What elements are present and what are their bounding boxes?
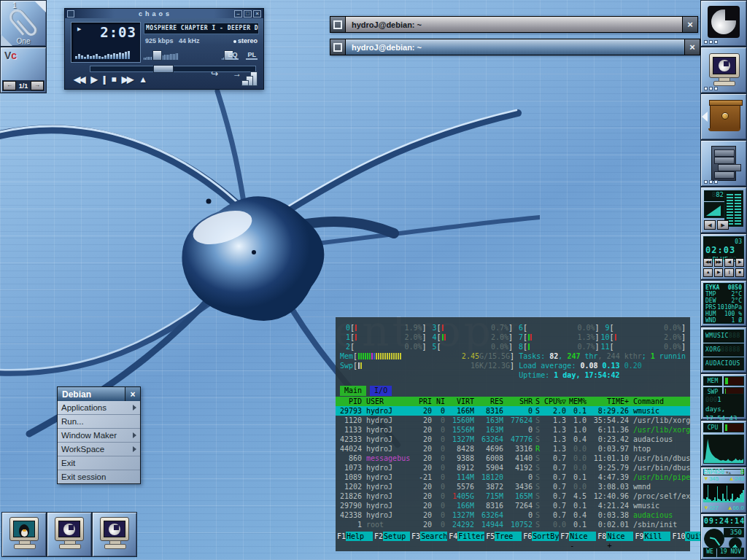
wmaker-appicon[interactable] <box>92 512 137 557</box>
menu-item-workspace[interactable]: WorkSpace <box>58 443 140 456</box>
process-row[interactable]: 1202hydroJ200557638723436S0.70.03:08.03w… <box>336 482 690 491</box>
process-row[interactable]: 1120hydroJ2001560M163M77624S1.31.035:54.… <box>336 416 690 425</box>
fkey-filter[interactable]: F4Filter <box>447 532 484 541</box>
clip-next-arrow[interactable] <box>34 1 46 12</box>
process-row[interactable]: 860messagebus200938860084140S0.70.011:01… <box>336 454 690 463</box>
terminal2-miniaturize-button[interactable] <box>330 39 346 55</box>
terminal2-titlebar[interactable]: hydroJ@debian: ~ <box>346 39 684 55</box>
player-menu-icon[interactable] <box>67 10 74 18</box>
process-row[interactable]: 29790hydroJ200166M83167264S0.70.14:21.24… <box>336 501 690 510</box>
dock-clock-tile[interactable]: 09:24:14 350 WE 19 NOV <box>700 513 747 560</box>
wmusic-eject-button[interactable]: ▲ <box>703 268 713 277</box>
next-button[interactable]: ▶▶ <box>122 74 132 85</box>
column-pid[interactable]: PID <box>336 397 362 406</box>
menu-item-window-maker[interactable]: Window Maker <box>58 429 140 443</box>
process-row[interactable]: 1133hydroJ2001556M163M0S1.31.06:11.36/us… <box>336 425 690 435</box>
workspace-clip[interactable]: 1 One <box>0 0 47 47</box>
dock-sysmon-tile[interactable]: MEM SWP 0001 days, 17:54:43 <box>700 373 747 420</box>
column-mem[interactable]: MEM% <box>566 397 587 406</box>
terminal1-titlebar[interactable]: hydroJ@debian: ~ <box>346 17 682 32</box>
pager-appicon[interactable]: Vc ← 1/1 → <box>0 47 47 93</box>
wmusic-stop-button[interactable]: ■ <box>735 268 745 277</box>
process-row[interactable]: 42338hydroJ2001327M632640S0.70.40:03.38a… <box>336 510 690 520</box>
process-row[interactable]: 21826hydroJ2001405G715M165MS0.74.512:40.… <box>336 491 690 501</box>
terminal1-miniaturize-button[interactable] <box>330 17 346 32</box>
dock-wmtop-tile[interactable]: WMUSIC888XORG88888AUDACIOUS <box>700 327 747 373</box>
dock-drawer-tile[interactable] <box>700 93 747 140</box>
stop-button[interactable]: ■ <box>111 74 115 85</box>
repeat-icon[interactable]: → <box>233 69 241 79</box>
pl-button[interactable]: PL <box>246 51 258 60</box>
column-res[interactable]: RES <box>474 397 503 406</box>
player-minimize-icon[interactable]: – <box>234 10 242 18</box>
column-time+[interactable]: TIME+ <box>587 397 629 406</box>
pager-right-button[interactable]: → <box>31 81 44 90</box>
seek-bar[interactable] <box>90 66 256 72</box>
menu-item-exit-session[interactable]: Exit session <box>58 470 140 483</box>
process-row[interactable]: 29793hydroJ200166M83160S2.00.18:29.26wmu… <box>336 406 690 416</box>
menu-item-exit[interactable]: Exit <box>58 456 140 470</box>
fkey-setup[interactable]: F2Setup <box>373 532 410 541</box>
previous-button[interactable]: ◀◀ <box>74 74 84 85</box>
volume-slider[interactable] <box>144 50 206 60</box>
terminal-appicon[interactable] <box>1 512 47 557</box>
wmusic-rew-button[interactable]: ◀ <box>724 258 734 267</box>
eq-button[interactable]: EQ <box>226 51 239 60</box>
fkey-help[interactable]: F1Help <box>336 532 373 541</box>
dock-wmaker-tile[interactable] <box>700 0 747 47</box>
fkey-sortby[interactable]: F6SortBy <box>522 532 559 541</box>
wmusic-prev-button[interactable]: ◀◀ <box>703 258 713 267</box>
terminal2-close-button[interactable]: × <box>684 39 700 55</box>
dock-wmusic-tile[interactable]: 03 02:03 8BLUE80 ↻ ◀◀▶▶◀▶▲▶||■ <box>700 233 747 280</box>
process-row[interactable]: 44024hydroJ200842846963316R1.30.00:03.97… <box>336 444 690 454</box>
fkey-search[interactable]: F3Search <box>410 532 447 541</box>
column-virt[interactable]: VIRT <box>445 397 474 406</box>
player-shade-icon[interactable]: □ <box>244 10 252 18</box>
column-pri[interactable]: PRI <box>414 397 432 406</box>
eject-button[interactable]: ▲ <box>139 74 146 85</box>
fkey-kill[interactable]: F9Kill <box>633 532 670 541</box>
play-button[interactable]: ▶ <box>90 74 96 85</box>
fkey-nice[interactable]: F7Nice - <box>559 532 596 541</box>
dock-cpu-tile[interactable]: CPU <box>700 420 747 467</box>
shuffle-icon[interactable]: ↪ <box>211 69 218 79</box>
wmaker-appicon[interactable] <box>47 512 92 557</box>
player-titlebar[interactable]: chaos – □ × <box>65 9 263 18</box>
column-user[interactable]: USER <box>362 397 414 406</box>
column-s[interactable]: S <box>533 397 543 406</box>
mixer-prev-channel-button[interactable]: ◀ <box>704 220 716 230</box>
menu-item-run-[interactable]: Run... <box>58 415 140 429</box>
seek-knob[interactable] <box>153 65 174 73</box>
pause-button[interactable]: || <box>103 74 105 85</box>
dock-mixer-tile[interactable]: 882 ◀ ▶ <box>700 187 747 233</box>
menu-item-applications[interactable]: Applications <box>58 401 140 415</box>
dock-weather-tile[interactable]: EYKA 0850 TMP2°CDEW2°CPRS1010hPaHUM100 %… <box>700 280 747 327</box>
tab-io[interactable]: I/O <box>370 386 392 396</box>
process-row[interactable]: 1root200242921494410752S0.00.10:02.01/sb… <box>336 520 690 529</box>
process-row[interactable]: 1073hydroJ200891259044192S0.70.09:25.79/… <box>336 463 690 472</box>
drawer-arrow-icon[interactable] <box>702 112 708 122</box>
wmusic-play-button[interactable]: ▶ <box>714 268 724 277</box>
fkey-nice[interactable]: F8Nice + <box>596 532 633 541</box>
volume-knob[interactable] <box>152 50 162 61</box>
mixer-volume-wedge[interactable] <box>704 202 724 218</box>
pager-left-button[interactable]: ← <box>3 81 16 90</box>
fkey-tree[interactable]: F5Tree <box>484 532 522 541</box>
process-row[interactable]: 1089hydroJ-210114M181200S0.70.14:47.39/u… <box>336 472 690 482</box>
tab-main[interactable]: Main <box>340 386 366 396</box>
column-cpu[interactable]: CPU%▽ <box>543 397 566 406</box>
process-row[interactable]: 42333hydroJ2001327M6326447776S1.30.40:23… <box>336 435 690 444</box>
dock-terminal-launcher-tile[interactable] <box>700 47 747 93</box>
player-close-icon[interactable]: × <box>253 10 261 18</box>
wmusic-ff-button[interactable]: ▶ <box>735 258 745 267</box>
dock-network-tile[interactable]: ENP450 ▼▲ B ▼345 ▲243 ▼227 ▲66.0 <box>700 467 747 513</box>
column-command[interactable]: Command <box>629 397 690 406</box>
wmusic-next-button[interactable]: ▶▶ <box>714 258 724 267</box>
dock-file-cabinet-tile[interactable] <box>700 140 747 187</box>
column-ni[interactable]: NI <box>432 397 445 406</box>
root-menu-titlebar[interactable]: Debian × <box>58 387 140 401</box>
process-table-header[interactable]: PIDUSERPRINIVIRTRESSHRSCPU%▽MEM%TIME+Com… <box>336 397 690 406</box>
wmusic-pause-button[interactable]: || <box>724 268 734 277</box>
terminal1-close-button[interactable]: × <box>682 17 697 32</box>
column-shr[interactable]: SHR <box>503 397 533 406</box>
